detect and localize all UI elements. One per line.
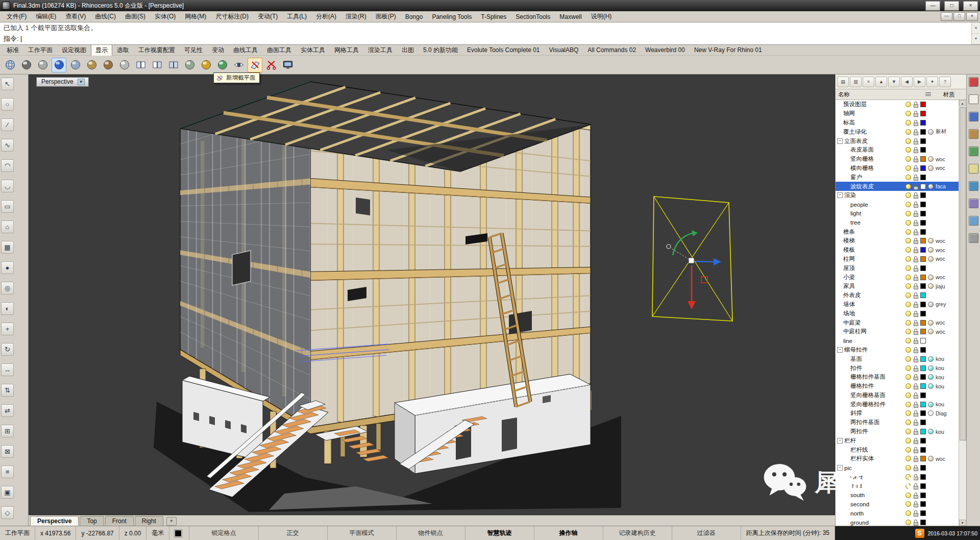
layer-row[interactable]: north: [836, 509, 966, 518]
status-toggle-物件锁点[interactable]: 物件锁点: [397, 526, 465, 540]
layer-color-swatch[interactable]: [920, 292, 926, 298]
layer-row[interactable]: 楼板woc: [836, 246, 966, 255]
layer-material-ball-icon[interactable]: [928, 238, 934, 243]
layer-visibility-bulb-icon[interactable]: [905, 320, 911, 326]
toolbar-tab[interactable]: 显示: [91, 44, 112, 56]
new-sublayer-icon[interactable]: ▥: [850, 77, 862, 87]
layer-lock-icon[interactable]: [913, 320, 918, 326]
layer-visibility-bulb-icon[interactable]: [905, 192, 911, 198]
close-button[interactable]: ×: [963, 1, 978, 11]
layer-row[interactable]: 斜撑Diag: [836, 409, 966, 418]
zoom-extents-icon[interactable]: [182, 58, 197, 72]
layer-visibility-bulb-icon[interactable]: [905, 275, 911, 280]
viewport-canvas[interactable]: [29, 75, 835, 515]
layer-lock-icon[interactable]: [913, 265, 918, 272]
delete-layer-icon[interactable]: ×: [863, 77, 874, 87]
layer-color-swatch[interactable]: [920, 438, 926, 444]
toolbar-tab[interactable]: 工作平面: [23, 44, 57, 56]
layer-visibility-bulb-icon[interactable]: [905, 283, 911, 289]
command-scrollbar[interactable]: ▲ ▼: [971, 22, 980, 44]
layer-visibility-bulb-icon[interactable]: [905, 292, 911, 298]
arc-icon[interactable]: ◠: [1, 159, 14, 172]
viewport-layout-icon[interactable]: [133, 58, 148, 72]
chevron-down-icon[interactable]: ▼: [78, 79, 85, 85]
status-toggle-正交[interactable]: 正交: [259, 526, 328, 540]
layer-color-swatch[interactable]: [920, 211, 926, 216]
layer-visibility-bulb-icon[interactable]: [905, 374, 911, 380]
menu-item[interactable]: 渲染(R): [341, 11, 371, 22]
layer-color-swatch[interactable]: [920, 102, 926, 107]
layer-lock-icon[interactable]: [913, 110, 918, 117]
layer-lock-icon[interactable]: [913, 510, 918, 517]
rectangle-icon[interactable]: ▭: [1, 200, 14, 213]
layer-collapse-icon[interactable]: −: [837, 347, 843, 353]
ghosted-view-icon[interactable]: [35, 58, 50, 72]
list-view-icon[interactable]: [925, 92, 931, 97]
wireframe-view-icon[interactable]: [3, 58, 17, 72]
layer-lock-icon[interactable]: [913, 129, 918, 135]
layer-visibility-bulb-icon[interactable]: [905, 365, 911, 371]
layer-color-swatch[interactable]: [920, 456, 926, 461]
layer-material-ball-icon[interactable]: [928, 247, 934, 253]
layer-tools-icon[interactable]: ✦: [926, 77, 938, 87]
expand-all-icon[interactable]: ▶: [914, 77, 925, 87]
layer-lock-icon[interactable]: [913, 210, 918, 217]
toolbar-tab[interactable]: 工作视窗配置: [134, 44, 180, 56]
layer-material-ball-icon[interactable]: [928, 129, 934, 135]
sphere-icon[interactable]: ●: [1, 261, 14, 274]
layer-lock-icon[interactable]: [913, 401, 918, 408]
layer-material-ball-icon[interactable]: [928, 356, 934, 362]
layer-row[interactable]: 两扣件kou: [836, 427, 966, 436]
layer-row[interactable]: 楼梯woc: [836, 236, 966, 246]
layer-color-swatch[interactable]: [920, 493, 926, 498]
layer-lock-icon[interactable]: [913, 201, 918, 208]
layer-lock-icon[interactable]: [913, 337, 918, 344]
layer-visibility-bulb-icon[interactable]: [905, 410, 911, 416]
layer-color-swatch[interactable]: [920, 338, 926, 343]
layer-lock-icon[interactable]: [913, 101, 918, 108]
layer-collapse-icon[interactable]: −: [837, 438, 843, 444]
layer-row[interactable]: 柱网woc: [836, 255, 966, 264]
layer-color-swatch[interactable]: [920, 165, 926, 171]
layer-row[interactable]: 栅格扣件基面kou: [836, 373, 966, 382]
layer-color-swatch[interactable]: [920, 120, 926, 126]
layer-row[interactable]: tree: [836, 218, 966, 227]
points-icon[interactable]: ◇: [1, 506, 14, 519]
menu-item[interactable]: Bongo: [401, 12, 428, 21]
menu-item[interactable]: 面板(P): [371, 11, 401, 22]
toolbar-tab[interactable]: 5.0 的新功能: [419, 44, 462, 56]
layer-lock-icon[interactable]: [913, 165, 918, 171]
layer-row[interactable]: 中庭柱网woc: [836, 327, 966, 336]
move-up-icon[interactable]: ▲: [875, 77, 887, 87]
display-panel-icon[interactable]: [969, 112, 978, 121]
layer-visibility-bulb-icon[interactable]: [905, 510, 911, 516]
current-layer-color-swatch[interactable]: [175, 530, 182, 537]
mesh-icon[interactable]: ▦: [1, 241, 14, 254]
layer-row[interactable]: 家具jiaju: [836, 282, 966, 291]
child-restore-button[interactable]: □: [953, 12, 965, 21]
layer-material-ball-icon[interactable]: [928, 320, 934, 326]
layer-row[interactable]: 窗户: [836, 173, 966, 182]
named-views-panel-icon[interactable]: [969, 146, 978, 156]
layer-lock-icon[interactable]: [913, 247, 918, 253]
layer-color-swatch[interactable]: [920, 501, 926, 507]
layer-material-ball-icon[interactable]: [928, 365, 934, 371]
layer-row[interactable]: −立面表皮: [836, 136, 966, 145]
toolbar-tab[interactable]: All Commands 02: [583, 45, 641, 55]
layer-lock-icon[interactable]: [913, 156, 918, 162]
toolbar-tab[interactable]: VisualABQ: [545, 45, 583, 55]
menu-item[interactable]: 工具(L): [282, 11, 311, 22]
units-label[interactable]: 毫米: [146, 526, 169, 540]
layer-row[interactable]: 中庭梁woc: [836, 318, 966, 327]
layer-color-swatch[interactable]: [920, 347, 926, 353]
layer-color-swatch[interactable]: [920, 402, 926, 407]
layer-lock-icon[interactable]: [913, 274, 918, 281]
layer-collapse-icon[interactable]: −: [837, 192, 843, 198]
layer-lock-icon[interactable]: [913, 392, 918, 399]
layer-row[interactable]: 覆土绿化新材: [836, 127, 966, 136]
layer-row[interactable]: 竖向栅格基面: [836, 391, 966, 400]
layer-material-ball-icon[interactable]: [928, 256, 934, 262]
array-icon[interactable]: ⊞: [1, 425, 14, 437]
add-viewport-tab-icon[interactable]: +: [166, 517, 177, 526]
split-horizontal-icon[interactable]: [150, 58, 164, 72]
